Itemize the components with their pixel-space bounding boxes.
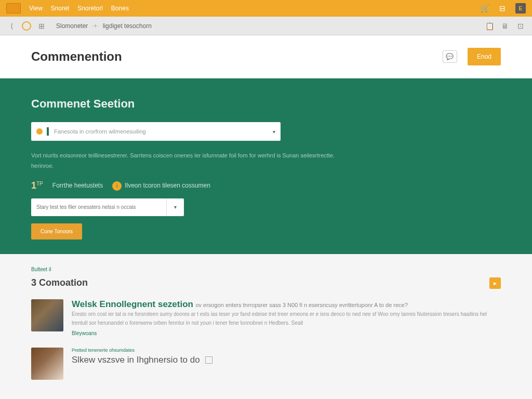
- comment-body-text: Eresto orn cost ier tat is ne forsroteen…: [72, 310, 501, 327]
- profile-box[interactable]: E: [515, 3, 526, 14]
- breadcrumb: Slomoneter ·+· ligdiget tesochorn: [56, 22, 152, 30]
- nav-link-bones[interactable]: Bones: [111, 5, 129, 12]
- page-title: Commenention: [31, 49, 122, 64]
- info-circle-icon: i: [112, 181, 122, 191]
- input-dropdown-button[interactable]: ▾: [166, 198, 184, 216]
- hero-title: Commenet Seetion: [31, 97, 501, 111]
- comment-title[interactable]: Welsk Ennollegnent sezetion: [72, 299, 193, 309]
- avatar[interactable]: [31, 348, 63, 380]
- topic-dropdown[interactable]: Fanesota in crorfrorn wilmenesuiling ▾: [31, 122, 281, 141]
- comment-title[interactable]: Slkew vszsve in Ihghnersio to do: [72, 355, 200, 365]
- comment-title-row: Welsk Ennollegnent sezetion ov ersogon e…: [72, 299, 501, 310]
- top-navbar: View Snoret Snoretorl Bones 🛒 ⊟ E: [0, 0, 532, 17]
- meta-item-2: iIlveon tcoron tilesen cossumen: [112, 180, 210, 191]
- meta-text-1: Forrthe heetustets: [52, 182, 103, 189]
- app-logo[interactable]: [6, 3, 21, 14]
- comment-subtitle: ov ersogon enters tnrropsrer sass 3 N00 …: [195, 302, 407, 308]
- avatar[interactable]: [31, 299, 63, 331]
- dropdown-text: Fanesota in crorfrorn wilmenesuiling: [54, 128, 273, 135]
- comment-link[interactable]: Bleywoans: [72, 330, 501, 336]
- clipboard-icon[interactable]: 📋: [484, 21, 495, 31]
- breadcrumb-part1[interactable]: Slomoneter: [56, 22, 88, 30]
- submit-button[interactable]: Cone Tonoors: [31, 223, 82, 240]
- bell-icon[interactable]: ⊟: [498, 4, 507, 13]
- list-tag: Bulteet il: [31, 267, 501, 272]
- chat-icon[interactable]: 💬: [443, 50, 457, 63]
- hero-description-line2: herinroe.: [31, 163, 501, 169]
- header-action-button[interactable]: Enod: [468, 48, 501, 65]
- comment-input[interactable]: [31, 198, 166, 216]
- monitor-icon[interactable]: 🖥: [500, 21, 510, 31]
- comment-item: Welsk Ennollegnent sezetion ov ersogon e…: [31, 299, 501, 336]
- toolbar: ⟨ ⊞ Slomoneter ·+· ligdiget tesochorn 📋 …: [0, 17, 532, 35]
- step-number: 1TP: [31, 180, 43, 191]
- nav-link-snoret[interactable]: Snoret: [51, 5, 69, 12]
- cart-icon[interactable]: 🛒: [480, 4, 489, 13]
- comment-title-row: Slkew vszsve in Ihghnersio to do: [72, 355, 501, 365]
- hero-section: Commenet Seetion Fanesota in crorfrorn w…: [0, 78, 532, 254]
- comment-item: Pretted tenenerte ohsumdates Slkew vszsv…: [31, 348, 501, 380]
- refresh-icon[interactable]: [22, 21, 31, 31]
- list-heading: 3 Comoation: [31, 277, 88, 288]
- dropdown-bullet-icon: [36, 128, 43, 135]
- comments-list: Bulteet il 3 Comoation ▸ Welsk Ennollegn…: [0, 254, 532, 399]
- settings-icon[interactable]: ⊡: [515, 21, 526, 31]
- window-icon[interactable]: ⊞: [36, 21, 47, 31]
- comment-tag: Pretted tenenerte ohsumdates: [72, 348, 501, 353]
- comment-input-row: ▾: [31, 198, 501, 216]
- nav-link-snoretorl[interactable]: Snoretorl: [77, 5, 103, 12]
- back-icon[interactable]: ⟨: [6, 21, 17, 31]
- hero-description-line1: Vort niurits eoisonreor teillinesestrere…: [31, 151, 501, 161]
- breadcrumb-separator: ·+·: [92, 22, 99, 30]
- page-header: Commenention 💬 Enod: [0, 35, 532, 78]
- chevron-down-icon: ▾: [273, 129, 275, 135]
- next-page-button[interactable]: ▸: [489, 277, 501, 289]
- nav-link-view[interactable]: View: [29, 5, 43, 12]
- breadcrumb-part2: ligdiget tesochorn: [103, 22, 152, 30]
- dropdown-bar-icon: [47, 127, 49, 136]
- copy-icon[interactable]: [205, 356, 212, 364]
- hero-meta-row: 1TP Forrthe heetustets iIlveon tcoron ti…: [31, 180, 501, 191]
